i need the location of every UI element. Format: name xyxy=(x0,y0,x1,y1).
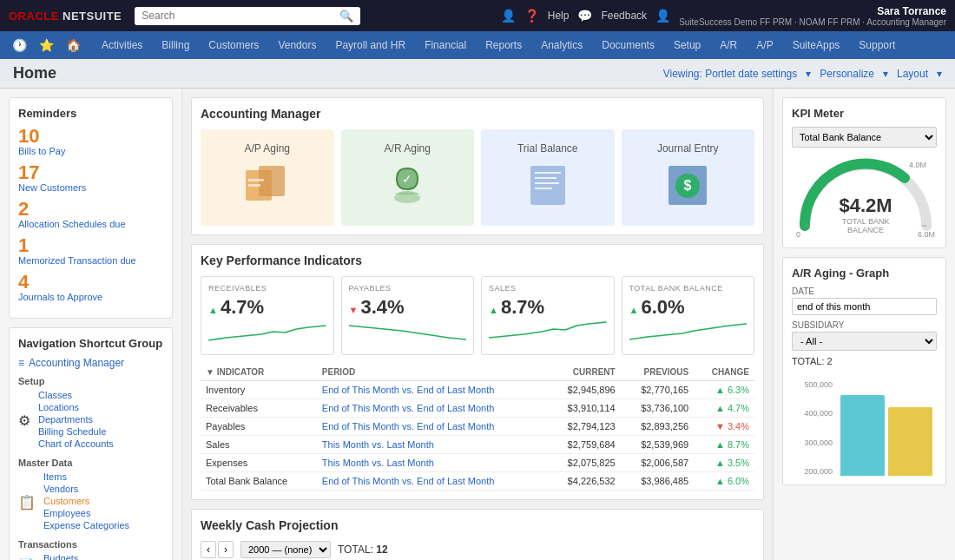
wcp-prev-btn[interactable]: ‹ xyxy=(201,541,216,558)
personalize-chevron[interactable]: ▾ xyxy=(883,68,888,80)
bank-balance-chart xyxy=(629,319,748,345)
user-icon[interactable]: 👤 xyxy=(501,9,516,23)
kpi-td-period[interactable]: End of This Month vs. End of Last Month xyxy=(317,381,547,399)
svg-rect-7 xyxy=(530,166,565,205)
reminder-customers: 17 New Customers xyxy=(18,163,163,193)
date-input[interactable] xyxy=(792,298,937,315)
kpi-td-previous: $2,893,256 xyxy=(621,418,695,436)
kpi-td-previous: $3,736,100 xyxy=(621,399,695,418)
kpi-td-current: $2,759,684 xyxy=(547,436,621,454)
ar-graph-box: A/R Aging - Graph DATE SUBSIDIARY - All … xyxy=(782,257,946,485)
reminder-memorized-label[interactable]: Memorized Transaction due xyxy=(18,255,163,266)
nav-customers[interactable]: Customers xyxy=(200,34,267,56)
ap-aging-card[interactable]: A/P Aging xyxy=(201,129,334,226)
feedback-icon[interactable]: 💬 xyxy=(577,9,592,23)
shortcut-title: Navigation Shortcut Group xyxy=(18,337,163,350)
nav-ap[interactable]: A/P xyxy=(748,34,781,56)
wcp-year-select[interactable]: 2000 — (none) xyxy=(240,541,331,558)
master-data-label: Master Data xyxy=(18,458,163,468)
kpi-bank-balance-trend: ▲ 6.0% xyxy=(629,296,748,319)
kpi-th-indicator[interactable]: ▼ INDICATOR xyxy=(201,364,317,381)
wcp-next-btn[interactable]: › xyxy=(218,541,234,558)
journal-entry-icon: $ xyxy=(662,161,714,213)
link-departments[interactable]: Departments xyxy=(34,414,114,425)
favorites-icon[interactable]: ⭐ xyxy=(36,35,57,56)
reminder-memorized: 1 Memorized Transaction due xyxy=(18,236,163,266)
kpi-th-change: CHANGE xyxy=(694,364,754,381)
nav-analytics[interactable]: Analytics xyxy=(532,34,591,56)
kpi-th-period: PERIOD xyxy=(317,364,547,381)
link-expense-categories[interactable]: Expense Categories xyxy=(39,520,129,530)
kpi-td-period[interactable]: End of This Month vs. End of Last Month xyxy=(317,472,547,491)
kpi-meter-title: KPI Meter xyxy=(792,107,937,120)
nav-setup[interactable]: Setup xyxy=(665,34,709,56)
reminder-journals-label[interactable]: Journals to Approve xyxy=(18,292,163,302)
ar-aging-card[interactable]: A/R Aging ✓ xyxy=(341,129,475,226)
kpi-table-row: Receivables End of This Month vs. End of… xyxy=(201,399,754,418)
kpi-td-indicator: Sales xyxy=(201,436,317,454)
personalize-link[interactable]: Personalize xyxy=(820,68,874,80)
weekly-cash-section: Weekly Cash Projection ‹ › 2000 — (none)… xyxy=(191,509,764,560)
kpi-title: Key Performance Indicators xyxy=(201,254,754,267)
search-box[interactable]: 🔍 xyxy=(135,7,360,25)
page-header: Home Viewing: Portlet date settings ▾ Pe… xyxy=(0,59,955,89)
nav-suiteapps[interactable]: SuiteApps xyxy=(784,34,849,56)
ar-aging-icon: ✓ xyxy=(381,161,433,213)
reminder-bills-number: 10 xyxy=(18,127,163,146)
layout-link[interactable]: Layout xyxy=(897,68,928,80)
reminder-bills: 10 Bills to Pay xyxy=(18,127,163,156)
kpi-meter-select[interactable]: Total Bank Balance Receivables Payables … xyxy=(792,127,937,148)
kpi-table-row: Inventory End of This Month vs. End of L… xyxy=(201,381,754,399)
kpi-td-indicator: Total Bank Balance xyxy=(201,472,317,491)
reminder-allocation-label[interactable]: Allocation Schedules due xyxy=(18,219,163,229)
search-input[interactable] xyxy=(142,10,339,22)
nav-ar[interactable]: A/R xyxy=(711,34,746,56)
date-label: DATE xyxy=(792,287,937,296)
y-axis-500k: 500,000 xyxy=(796,380,833,389)
link-employees[interactable]: Employees xyxy=(39,508,129,518)
kpi-receivables: RECEIVABLES ▲ 4.7% xyxy=(201,276,334,355)
nav-support[interactable]: Support xyxy=(850,34,904,56)
help-icon[interactable]: ❓ xyxy=(524,9,539,23)
help-label[interactable]: Help xyxy=(548,10,570,22)
kpi-td-period[interactable]: This Month vs. Last Month xyxy=(317,436,547,454)
nav-billing[interactable]: Billing xyxy=(153,34,198,56)
nav-payroll[interactable]: Payroll and HR xyxy=(326,34,414,56)
reminder-bills-label[interactable]: Bills to Pay xyxy=(18,146,163,156)
reminder-allocation: 2 Allocation Schedules due xyxy=(18,200,163,229)
link-budgets[interactable]: Budgets xyxy=(39,553,89,560)
kpi-td-period[interactable]: This Month vs. Last Month xyxy=(317,454,547,472)
kpi-sales-label: SALES xyxy=(489,284,607,293)
link-billing-schedule[interactable]: Billing Schedule xyxy=(34,426,114,437)
nav-activities[interactable]: Activities xyxy=(93,34,151,56)
link-locations[interactable]: Locations xyxy=(34,402,114,412)
trial-balance-card[interactable]: Trial Balance xyxy=(481,129,615,226)
home-icon[interactable]: 🏠 xyxy=(63,35,84,56)
layout-chevron[interactable]: ▾ xyxy=(937,68,942,80)
accounting-manager-shortcut[interactable]: ≡ Accounting Manager xyxy=(18,357,163,369)
nav-vendors[interactable]: Vendors xyxy=(269,34,325,56)
nav-documents[interactable]: Documents xyxy=(593,34,663,56)
recent-icon[interactable]: 🕐 xyxy=(9,35,30,56)
viewing-chevron[interactable]: ▾ xyxy=(806,68,811,80)
kpi-td-period[interactable]: End of This Month vs. End of Last Month xyxy=(317,399,547,418)
svg-rect-9 xyxy=(535,177,557,179)
link-items[interactable]: Items xyxy=(39,471,129,482)
y-axis-300k: 300,000 xyxy=(796,438,833,447)
ar-bar-chart: 500,000 400,000 300,000 200,000 xyxy=(792,372,937,476)
journal-entry-card[interactable]: Journal Entry $ xyxy=(622,129,755,226)
reminder-customers-label[interactable]: New Customers xyxy=(18,182,163,193)
feedback-label[interactable]: Feedback xyxy=(601,10,647,22)
nav-reports[interactable]: Reports xyxy=(477,34,530,56)
subsidiary-select[interactable]: - All - xyxy=(792,332,937,351)
link-classes[interactable]: Classes xyxy=(34,390,114,400)
link-vendors[interactable]: Vendors xyxy=(39,484,129,494)
link-chart-accounts[interactable]: Chart of Accounts xyxy=(34,438,114,449)
viewing-label[interactable]: Viewing: Portlet date settings xyxy=(663,68,798,80)
page-header-right: Viewing: Portlet date settings ▾ Persona… xyxy=(663,68,942,80)
nav-financial[interactable]: Financial xyxy=(416,34,475,56)
link-customers[interactable]: Customers xyxy=(39,496,129,506)
kpi-td-period[interactable]: End of This Month vs. End of Last Month xyxy=(317,418,547,436)
user-info: Sara Torrance SuiteSuccess Demo FF PRM ·… xyxy=(679,5,946,27)
right-panel: KPI Meter Total Bank Balance Receivables… xyxy=(773,89,955,560)
